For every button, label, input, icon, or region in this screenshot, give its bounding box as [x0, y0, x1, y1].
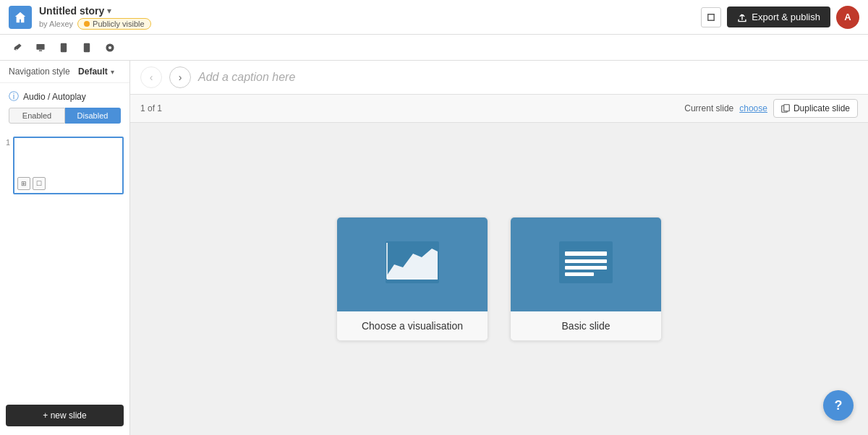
nav-style-value: Default — [78, 66, 108, 77]
topbar: Untitled story ▾ by Alexey Publicly visi… — [0, 0, 868, 35]
chevron-down-icon[interactable]: ▾ — [107, 6, 111, 16]
svg-rect-0 — [36, 44, 44, 50]
slide-item: 1 ⊞ ☐ — [6, 137, 124, 194]
audio-circle-icon: ⓘ — [9, 90, 19, 103]
svg-rect-1 — [39, 50, 42, 51]
caption-placeholder[interactable]: Add a caption here — [198, 71, 858, 84]
home-button[interactable] — [9, 6, 32, 29]
basic-slide-card[interactable]: Basic slide — [510, 217, 662, 341]
story-title[interactable]: Untitled story — [39, 5, 104, 17]
story-title-area: Untitled story ▾ by Alexey Publicly visi… — [39, 5, 694, 30]
visibility-dot-icon — [84, 21, 90, 27]
export-publish-button[interactable]: Export & publish — [727, 7, 830, 27]
slide-icon-box: ☐ — [33, 177, 46, 190]
slide-icon-grid: ⊞ — [17, 177, 30, 190]
author-label: by Alexey — [39, 20, 73, 28]
svg-point-5 — [86, 51, 87, 51]
prev-arrow-button[interactable]: ‹ — [140, 66, 162, 88]
slide-thumbnail[interactable]: ⊞ ☐ — [13, 137, 124, 194]
svg-rect-13 — [565, 251, 607, 256]
svg-point-3 — [63, 51, 64, 51]
preview-button[interactable] — [701, 7, 721, 27]
main-layout: Navigation style Default ▾ ⓘ Audio / Aut… — [0, 61, 868, 435]
duplicate-slide-button[interactable]: Duplicate slide — [773, 99, 858, 118]
visibility-badge: Publicly visible — [77, 18, 151, 30]
visualisation-card-image — [337, 218, 488, 311]
toolbar — [0, 35, 868, 61]
help-button[interactable]: ? — [823, 390, 854, 421]
nav-style-label: Navigation style — [9, 66, 70, 77]
disabled-toggle[interactable]: Disabled — [65, 108, 121, 124]
duplicate-label: Duplicate slide — [793, 103, 850, 113]
slide-canvas: Choose a visualisation Basic slide — [130, 123, 868, 435]
basic-slide-card-label: Basic slide — [511, 311, 661, 340]
audio-toggle: Enabled Disabled — [9, 108, 121, 124]
choose-link[interactable]: choose — [739, 103, 767, 113]
pen-tool-icon[interactable] — [9, 39, 26, 56]
visualisation-card[interactable]: Choose a visualisation — [336, 217, 488, 341]
basic-slide-card-image — [511, 218, 661, 311]
visualisation-card-label: Choose a visualisation — [337, 311, 488, 340]
svg-rect-7 — [784, 105, 790, 111]
export-publish-label: Export & publish — [752, 12, 820, 22]
new-slide-button[interactable]: + new slide — [6, 405, 124, 426]
caption-header: ‹ › Add a caption here — [130, 61, 868, 95]
nav-style-section: Navigation style Default ▾ — [0, 61, 129, 83]
slide-counter-bar: 1 of 1 Current slide choose Duplicate sl… — [130, 95, 868, 123]
slide-number: 1 — [6, 138, 10, 147]
svg-rect-16 — [565, 272, 594, 276]
current-slide-label: Current slide — [684, 103, 733, 113]
visibility-label: Publicly visible — [93, 20, 145, 28]
next-arrow-button[interactable]: › — [169, 66, 191, 88]
slides-list: 1 ⊞ ☐ — [0, 131, 129, 402]
tablet-icon[interactable] — [55, 39, 72, 56]
content-area: ‹ › Add a caption here 1 of 1 Current sl… — [130, 61, 868, 435]
settings-icon[interactable] — [101, 39, 119, 56]
desktop-icon[interactable] — [32, 39, 49, 56]
svg-rect-14 — [565, 259, 607, 263]
enabled-toggle[interactable]: Enabled — [9, 108, 65, 124]
audio-label: Audio / Autoplay — [23, 92, 86, 102]
slide-counter: 1 of 1 — [140, 103, 162, 113]
mobile-icon[interactable] — [78, 39, 95, 56]
audio-autoplay-section: ⓘ Audio / Autoplay — [0, 83, 129, 108]
svg-rect-15 — [565, 266, 607, 270]
avatar[interactable]: A — [836, 6, 859, 29]
nav-style-chevron-icon[interactable]: ▾ — [111, 68, 114, 76]
topbar-right: Export & publish A — [701, 6, 859, 29]
sidebar: Navigation style Default ▾ ⓘ Audio / Aut… — [0, 61, 130, 435]
